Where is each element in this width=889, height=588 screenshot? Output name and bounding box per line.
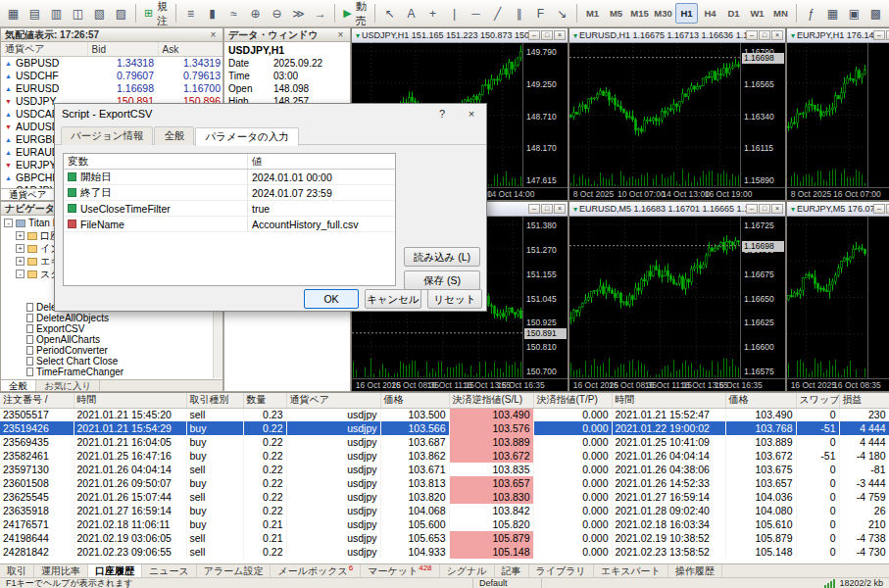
close-icon[interactable]: ×	[335, 29, 346, 40]
cancel-button[interactable]: キャンセル	[365, 289, 421, 309]
column-header[interactable]: 決済逆指値(S/L)	[449, 393, 533, 408]
chart-minimize-button[interactable]: –	[746, 204, 758, 214]
navigator-toggle-icon[interactable]: ▧	[89, 3, 110, 24]
save-button[interactable]: 保存 (S)	[404, 270, 480, 290]
collapse-icon[interactable]: -	[4, 219, 13, 227]
parameter-row[interactable]: FileNameAccountHistory_full.csv	[64, 217, 395, 232]
tree-script-item[interactable]: OpenAllCharts	[1, 334, 213, 345]
chart-title-bar[interactable]: ▾USDJPY,H1 151.165 151.223 150.873 150.8…	[352, 28, 568, 43]
history-row[interactable]: 241765712021.02.18 11:06:11buy0.21usdjpy…	[0, 517, 889, 531]
dialog-title-bar[interactable]: Script - ExportCSV ? ×	[55, 104, 486, 123]
timeframe-h1-button[interactable]: H1	[675, 3, 698, 24]
chart-plot[interactable]	[787, 43, 867, 187]
strategy-tester-icon[interactable]: ▩	[865, 3, 886, 24]
dialog-tab[interactable]: バージョン情報	[61, 126, 153, 145]
dialog-tab[interactable]: 全般	[154, 126, 194, 145]
column-header[interactable]: 価格	[725, 393, 796, 408]
column-header[interactable]: 決済指値(T/P)	[533, 393, 612, 408]
trendline-icon[interactable]: ╱	[487, 3, 508, 24]
terminal-toggle-icon[interactable]: ▨	[111, 3, 131, 24]
chart-plot[interactable]	[569, 43, 740, 187]
terminal-tab-シグナル[interactable]: シグナル	[440, 564, 495, 577]
terminal-tab-ニュース[interactable]: ニュース	[142, 564, 197, 577]
tree-script-item[interactable]: Select Chart Close	[1, 356, 213, 367]
load-button[interactable]: 読み込み (L)	[404, 247, 480, 267]
column-header[interactable]: 時間	[74, 393, 186, 408]
terminal-tab-口座履歴[interactable]: 口座履歴	[88, 564, 142, 577]
history-row[interactable]: 235194262021.01.21 15:54:29buy0.22usdjpy…	[0, 421, 889, 435]
parameter-value[interactable]: 2024.01.01 00:00	[248, 172, 395, 183]
auto-trading-button[interactable]: ▶自動売買	[339, 3, 370, 24]
horizontal-line-icon[interactable]: ─	[466, 3, 486, 24]
tree-script-item[interactable]: PeriodConverter	[1, 345, 213, 356]
tree-script-item[interactable]: DeleteAllObjects	[1, 313, 213, 323]
parameter-row[interactable]: 終了日2024.01.07 23:59	[64, 185, 395, 201]
chart-title-bar[interactable]: ▾EURJPY,M5 176.075 176.116–□×	[787, 202, 889, 217]
chart-close-button[interactable]: ×	[554, 30, 566, 40]
status-profile[interactable]: Default	[473, 578, 542, 588]
terminal-tab-メールボックス[interactable]: メールボックス6	[271, 564, 361, 577]
column-header[interactable]: 損益	[839, 393, 889, 408]
market-watch-toggle-icon[interactable]: ▥	[46, 3, 67, 24]
history-row[interactable]: 242818422021.02.23 09:06:55sell0.22usdjp…	[0, 545, 889, 559]
expand-icon[interactable]: +	[16, 244, 25, 253]
periods-menu-icon[interactable]: ▦	[822, 3, 843, 24]
history-row[interactable]: 235824612021.01.25 16:47:16buy0.22usdjpy…	[0, 449, 889, 463]
tree-script-item[interactable]: ExportCSV	[1, 323, 213, 334]
close-icon[interactable]: ×	[208, 29, 219, 40]
bar-chart-icon[interactable]: ≡	[180, 3, 201, 24]
timeframe-mn-button[interactable]: MN	[769, 3, 792, 24]
column-header[interactable]: スワップ	[796, 393, 839, 408]
column-header[interactable]: Ask	[158, 42, 223, 57]
chart-minimize-button[interactable]: –	[873, 30, 885, 40]
parameter-value[interactable]: true	[248, 203, 395, 215]
parameter-row[interactable]: UseCloseTimeFiltertrue	[64, 201, 395, 217]
history-row[interactable]: 235055172021.01.21 15:45:20sell0.23usdjp…	[0, 408, 889, 421]
fibonacci-icon[interactable]: F	[530, 3, 551, 24]
reset-button[interactable]: リセット	[427, 289, 482, 309]
tree-script-item[interactable]: TimeFrameChanger	[1, 367, 213, 377]
chart-minimize-button[interactable]: –	[746, 30, 758, 40]
history-row[interactable]: 236359182021.01.27 16:59:14buy0.22usdjpy…	[0, 504, 889, 517]
terminal-tab-運用比率[interactable]: 運用比率	[34, 564, 88, 577]
dialog-close-button[interactable]: ×	[457, 104, 486, 123]
line-chart-icon[interactable]: ≈	[223, 3, 244, 24]
chart-minimize-button[interactable]: –	[528, 204, 540, 214]
history-row[interactable]: 241986442021.02.19 03:06:05sell0.21usdjp…	[0, 531, 889, 545]
dialog-tab[interactable]: パラメータの入力	[195, 127, 298, 146]
column-header[interactable]: 通貨ペア	[1, 42, 87, 57]
history-row[interactable]: 236015082021.01.26 09:50:07buy0.22usdjpy…	[0, 476, 889, 490]
ok-button[interactable]: OK	[304, 289, 359, 309]
timeframe-w1-button[interactable]: W1	[746, 3, 768, 24]
column-header[interactable]: 通貨ペア	[286, 393, 380, 408]
column-header[interactable]: Bid	[87, 42, 158, 57]
new-order-button[interactable]: ⊞新規注文	[140, 3, 172, 24]
channel-icon[interactable]: ∥	[509, 3, 529, 24]
timeframe-m5-button[interactable]: M5	[605, 3, 627, 24]
zoom-in-icon[interactable]: ⊕	[245, 3, 266, 24]
parameter-value[interactable]: AccountHistory_full.csv	[248, 219, 395, 230]
chart-close-button[interactable]: ×	[771, 30, 783, 40]
market-watch-row[interactable]: ▲GBPUSD1.343181.34319	[1, 57, 223, 70]
timeframe-h4-button[interactable]: H4	[699, 3, 721, 24]
chart-title-bar[interactable]: ▾EURUSD,M5 1.16683 1.16701 1.16665 1.166…	[569, 202, 785, 217]
timeframe-m1-button[interactable]: M1	[581, 3, 604, 24]
terminal-tab-マーケット[interactable]: マーケット428	[361, 564, 439, 577]
history-row[interactable]: 235971302021.01.26 04:04:14sell0.22usdjp…	[0, 463, 889, 476]
timeframe-d1-button[interactable]: D1	[722, 3, 745, 24]
templates-icon[interactable]: ▣	[844, 3, 864, 24]
help-button[interactable]: ?	[427, 104, 457, 123]
market-watch-row[interactable]: ▲USDCHF0.796070.79613	[1, 70, 223, 82]
chart-plot[interactable]	[787, 217, 867, 378]
text-label-icon[interactable]: A	[401, 3, 421, 24]
data-window-toggle-icon[interactable]: ◫	[68, 3, 88, 24]
timeframe-m30-button[interactable]: M30	[652, 3, 674, 24]
history-row[interactable]: 235694352021.01.21 16:04:05buy0.22usdjpy…	[0, 435, 889, 449]
parameter-row[interactable]: 開始日2024.01.01 00:00	[64, 170, 395, 185]
vertical-line-icon[interactable]: |	[444, 3, 465, 24]
chart-close-button[interactable]: ×	[554, 204, 566, 214]
chart-restore-button[interactable]: □	[541, 30, 553, 40]
terminal-tab-エキスパート[interactable]: エキスパート	[594, 564, 668, 577]
chart-minimize-button[interactable]: –	[873, 204, 885, 214]
auto-scroll-icon[interactable]: ≫	[288, 3, 309, 24]
